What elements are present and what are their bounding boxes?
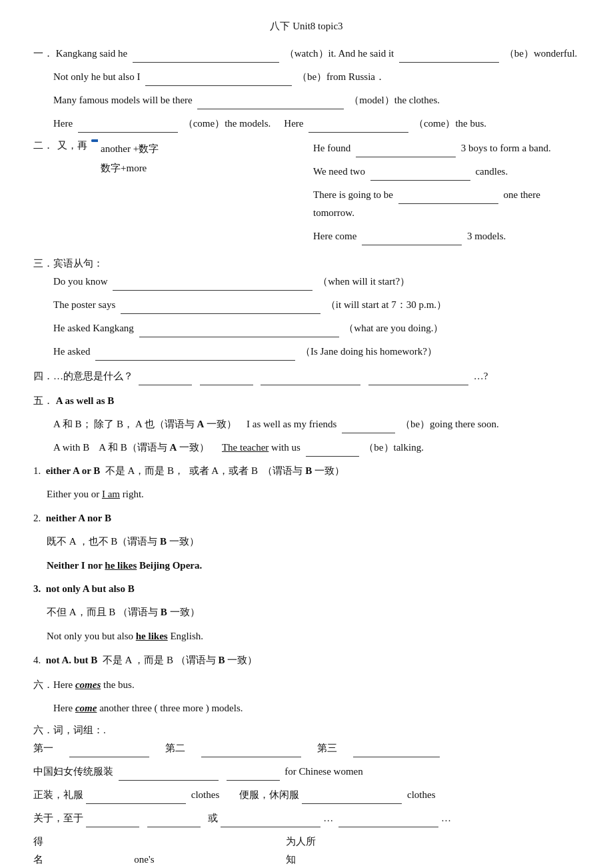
- s5-item2: 2. neither A nor B 既不 A ，也不 B（谓语与 B 一致） …: [33, 509, 580, 575]
- s5-item2-bold-example: Neither I nor he likes Beijing Opera.: [47, 560, 202, 571]
- s7-row-zhengzhuang: 正装，礼服 clothes 便服，休闲服 clothes: [33, 786, 580, 804]
- s5-term2: neither A nor B: [46, 513, 111, 523]
- s7-di2: 第二: [165, 739, 185, 757]
- s5-term1: either A or B: [46, 465, 101, 476]
- blank-s1-4[interactable]: [197, 109, 344, 109]
- s2-bracket-items: another +数字 数字+more: [101, 139, 159, 177]
- s7-deming-label: 得名: [33, 833, 49, 868]
- s5-item2-term: 2. neither A nor B: [33, 509, 580, 527]
- section-2: 二． 又，再 another +数字 数字+more He found 3 bo…: [33, 139, 580, 251]
- s5-item2-desc: 既不 A ，也不 B（谓语与 B 一致）: [33, 533, 580, 551]
- s5-term3: 3. not only A but also B: [33, 583, 135, 594]
- blank-s3-1[interactable]: [113, 290, 312, 291]
- section-3: 三．宾语从句： Do you know （when will it start?…: [33, 257, 580, 361]
- blank-gy3[interactable]: [221, 827, 320, 827]
- s7-di1: 第一: [33, 739, 53, 757]
- blank-s5-1[interactable]: [342, 433, 395, 433]
- s5-bold-a1: A: [197, 419, 204, 429]
- s5-underline-iam: I am: [102, 489, 120, 499]
- blank-s1-5[interactable]: [78, 132, 178, 133]
- blank-s4-1[interactable]: [139, 385, 192, 385]
- s3-label: 三．宾语从句：: [33, 257, 580, 270]
- blank-funv-1[interactable]: [119, 780, 219, 781]
- s7-ones: one's: [134, 851, 154, 868]
- s7-row-guanyu: 关于，至于 或… …: [33, 809, 580, 827]
- blank-s4-3[interactable]: [261, 385, 360, 385]
- s2-right-line1: He found 3 boys to form a band.: [313, 139, 580, 157]
- s5-item1-term: 1. either A or B 不是 A，而是 B， 或者 A，或者 B （谓…: [33, 462, 580, 480]
- s5-item3: 3. not only A but also B 不但 A，而且 B （谓语与 …: [33, 580, 580, 646]
- blank-gy2[interactable]: [147, 827, 201, 827]
- s3-line3: He asked Kangkang （what are you doing.）: [33, 319, 580, 337]
- s5-desc2-line: A with B A 和 B（谓语与 A 一致） The teacher wit…: [33, 439, 580, 457]
- blank-s4-2[interactable]: [200, 385, 253, 385]
- blank-s1-3[interactable]: [145, 85, 292, 86]
- s5-bold-b2: B: [160, 536, 167, 547]
- s6b-label: 六．词，词组：.: [33, 724, 580, 737]
- blank-funv-2[interactable]: [227, 780, 280, 781]
- page-title: 八下 Unit8 topic3: [33, 20, 580, 33]
- s2-cols: 二． 又，再 another +数字 数字+more He found 3 bo…: [33, 139, 580, 251]
- blank-s1-6[interactable]: [308, 132, 408, 133]
- s2-right-line3: There is going to be one there tomorrow.: [313, 186, 580, 222]
- s5-item3-term: 3. not only A but also B: [33, 580, 580, 598]
- s7-zhengzhuang-right: 便服，休闲服 clothes: [239, 786, 435, 804]
- s7-row-zhongguofunv: 中国妇女传统服装 for Chinese women: [33, 763, 580, 781]
- s6a-line1: 六．Here comes the bus.: [33, 676, 580, 694]
- blank-di3[interactable]: [353, 739, 440, 757]
- s2-bracket-group: 二． 又，再 another +数字 数字+more: [33, 139, 300, 177]
- s5-item1-example: Either you or I am right.: [33, 485, 580, 504]
- blank-s2-3[interactable]: [398, 203, 498, 204]
- s6a-comes: comes: [75, 679, 101, 690]
- s2-left: 二． 又，再 another +数字 数字+more: [33, 139, 300, 251]
- s5-item1: 1. either A or B 不是 A，而是 B， 或者 A，或者 B （谓…: [33, 462, 580, 504]
- section1-line2: Not only he but also I （be）from Russia．: [33, 68, 580, 86]
- bracket-row-1: another +数字: [101, 139, 159, 159]
- blank-zz2[interactable]: [302, 803, 402, 804]
- blank-s3-3[interactable]: [139, 337, 339, 337]
- s5-header-line: 五． A as well as B: [33, 392, 580, 410]
- blank-zz1[interactable]: [86, 803, 186, 804]
- blank-s1-1[interactable]: [133, 62, 279, 63]
- s6a-come: come: [75, 703, 97, 713]
- s5-bold-b4: B: [219, 655, 225, 665]
- section1-line1: 一． Kangkang said he （watch）it. And he sa…: [33, 45, 580, 63]
- s7-row-deming: 得名 one's 为人所知: [33, 833, 580, 868]
- blank-s1-2[interactable]: [399, 62, 499, 63]
- s1-label: 一．: [33, 48, 53, 59]
- s7-weiren: 为人所知: [286, 833, 317, 868]
- s5-item2-example: Neither I nor he likes Beijing Opera.: [33, 557, 580, 575]
- s5-item4: 4. not A. but B 不是 A ，而是 B （谓语与 B 一致）: [33, 651, 580, 669]
- s5-bold-b3: B: [161, 607, 167, 617]
- blank-s2-2[interactable]: [370, 180, 470, 181]
- blank-s3-2[interactable]: [121, 313, 320, 314]
- s2-label: 二．: [33, 139, 53, 152]
- blank-di2[interactable]: [201, 739, 301, 757]
- s5-helikes: he likes: [136, 631, 168, 641]
- s4-line: 四．…的意思是什么？ …?: [33, 367, 580, 385]
- section-5: 五． A as well as B A 和 B； 除了 B， A 也（谓语与 A…: [33, 392, 580, 669]
- blank-s5-2[interactable]: [306, 456, 359, 457]
- blank-s2-1[interactable]: [356, 157, 456, 157]
- blank-s3-4[interactable]: [95, 360, 295, 361]
- section-6b: 六．词，词组：. 第一 第二 第三 中国妇女传统服装 for Chinese w…: [33, 724, 580, 868]
- s5-term4: not A. but B: [46, 655, 98, 665]
- blank-di1[interactable]: [69, 739, 149, 757]
- s7-row1: 第一 第二 第三: [33, 739, 580, 757]
- blank-s4-4[interactable]: [368, 385, 468, 385]
- blank-gy4[interactable]: [338, 827, 438, 827]
- s5-item3-example: Not only you but also he likes English.: [33, 627, 580, 646]
- section-1: 一． Kangkang said he （watch）it. And he sa…: [33, 45, 580, 133]
- s5-item4-term: 4. not A. but B 不是 A ，而是 B （谓语与 B 一致）: [33, 651, 580, 669]
- s5-underline-teacher: The teacher: [222, 442, 269, 453]
- s6a-line2: Here come another three ( three more ) m…: [33, 699, 580, 717]
- blank-s2-4[interactable]: [362, 245, 462, 245]
- blank-gy1[interactable]: [86, 827, 139, 827]
- s3-line4: He asked （Is Jane doing his homework?）: [33, 343, 580, 361]
- s5-desc1-line: A 和 B； 除了 B， A 也（谓语与 A 一致） I as well as …: [33, 415, 580, 433]
- s7-di3: 第三: [317, 739, 337, 757]
- section1-line4: Here （come）the models. Here （come）the bu…: [33, 115, 580, 133]
- section-4: 四．…的意思是什么？ …?: [33, 367, 580, 385]
- s1-left-col: Here （come）the models.: [53, 115, 271, 133]
- section-6a: 六．Here comes the bus. Here come another …: [33, 676, 580, 717]
